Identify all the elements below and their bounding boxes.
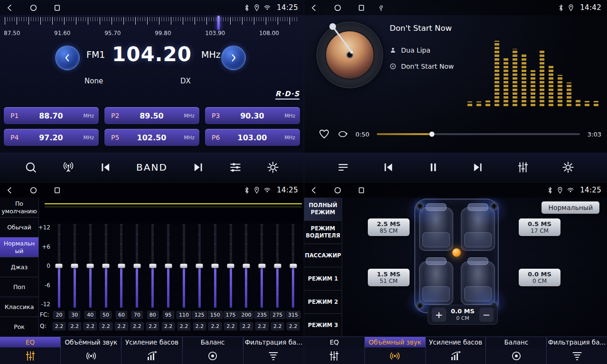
- tab-balance[interactable]: Баланс: [486, 337, 547, 347]
- tab-eq[interactable]: EQ: [0, 337, 61, 347]
- slider-track[interactable]: [276, 224, 279, 308]
- slider-track[interactable]: [105, 224, 107, 308]
- eq-band-slider[interactable]: [239, 224, 254, 308]
- slider-track[interactable]: [74, 224, 76, 308]
- playlist-icon[interactable]: [337, 161, 349, 173]
- previous-icon[interactable]: [99, 161, 112, 173]
- recents-icon[interactable]: [357, 186, 365, 194]
- eq-preset-item[interactable]: Обычай: [0, 218, 38, 237]
- recents-icon[interactable]: [53, 186, 61, 194]
- balance-icon[interactable]: [486, 347, 547, 364]
- next-icon[interactable]: [192, 161, 205, 173]
- eq-band-slider[interactable]: [98, 224, 114, 308]
- back-icon[interactable]: [6, 4, 14, 12]
- delay-rear-right-button[interactable]: 0.0 MS 0 CM: [519, 269, 560, 286]
- scan-icon[interactable]: [25, 161, 37, 173]
- slider-knob[interactable]: [118, 264, 125, 268]
- slider-track[interactable]: [136, 224, 138, 308]
- slider-track[interactable]: [214, 224, 216, 308]
- audio-settings-icon[interactable]: [229, 161, 242, 173]
- recents-icon[interactable]: [53, 4, 61, 12]
- previous-icon[interactable]: [382, 161, 394, 173]
- home-icon[interactable]: [29, 186, 37, 194]
- home-icon[interactable]: [334, 186, 342, 194]
- slider-knob[interactable]: [212, 264, 219, 268]
- slider-knob[interactable]: [133, 264, 140, 268]
- slider-track[interactable]: [120, 224, 122, 308]
- mixer-icon[interactable]: [517, 161, 529, 173]
- gear-icon[interactable]: [267, 161, 279, 173]
- slider-track[interactable]: [261, 224, 263, 308]
- listening-mode-item[interactable]: ПОЛНЫЙ РЕЖИМ: [304, 198, 342, 221]
- eq-preset-item[interactable]: Поп: [0, 277, 38, 297]
- radio-preset-button[interactable]: P3 90.30 MHz: [205, 107, 300, 124]
- tab-balance[interactable]: Баланс: [183, 337, 243, 347]
- radio-preset-button[interactable]: P1 88.70 MHz: [4, 107, 99, 124]
- radio-preset-button[interactable]: P6 103.00 MHz: [205, 129, 300, 146]
- eq-band-slider[interactable]: [207, 224, 223, 308]
- listening-mode-item[interactable]: РЕЖИМ 2: [304, 291, 342, 314]
- slider-knob[interactable]: [258, 264, 265, 268]
- repeat-icon[interactable]: [337, 129, 348, 139]
- next-icon[interactable]: [472, 161, 484, 173]
- tab-bass-boost[interactable]: Усиление басов: [121, 337, 182, 347]
- tab-filter[interactable]: Фильтрация ба...: [547, 337, 607, 347]
- slider-knob[interactable]: [149, 264, 156, 268]
- tune-up-button[interactable]: [221, 46, 246, 70]
- balance-icon[interactable]: [183, 347, 243, 364]
- listening-mode-item[interactable]: ПАССАЖИР: [304, 244, 342, 267]
- slider-track[interactable]: [292, 224, 294, 308]
- slider-track[interactable]: [58, 224, 60, 308]
- increase-button[interactable]: +: [432, 308, 446, 322]
- back-icon[interactable]: [310, 186, 318, 194]
- eq-preset-item[interactable]: Нормальный: [0, 237, 38, 257]
- eq-band-slider[interactable]: [160, 224, 176, 308]
- slider-track[interactable]: [198, 224, 201, 308]
- eq-band-slider[interactable]: [51, 224, 67, 308]
- radio-preset-button[interactable]: P5 102.50 MHz: [104, 129, 199, 146]
- tab-eq[interactable]: EQ: [304, 337, 365, 347]
- slider-knob[interactable]: [196, 264, 203, 268]
- delay-front-right-button[interactable]: 0.5 MS 17 CM: [519, 218, 560, 236]
- slider-knob[interactable]: [227, 264, 234, 268]
- radio-preset-button[interactable]: P2 89.50 MHz: [104, 107, 199, 124]
- slider-track[interactable]: [183, 224, 185, 308]
- tab-filter[interactable]: Фильтрация ба...: [243, 337, 304, 347]
- eq-band-slider[interactable]: [176, 224, 192, 308]
- favorite-icon[interactable]: [318, 128, 330, 140]
- slider-track[interactable]: [167, 224, 169, 308]
- slider-track[interactable]: [89, 224, 92, 308]
- tune-down-button[interactable]: [55, 46, 80, 70]
- back-icon[interactable]: [310, 4, 318, 12]
- slider-knob[interactable]: [71, 264, 78, 268]
- filter-icon[interactable]: [547, 347, 607, 364]
- bass-boost-icon[interactable]: [121, 347, 182, 364]
- broadcast-icon[interactable]: [62, 161, 75, 173]
- eq-band-slider[interactable]: [67, 224, 83, 308]
- tab-bass-boost[interactable]: Усиление басов: [426, 337, 486, 347]
- album-art[interactable]: [317, 22, 383, 88]
- slider-track[interactable]: [245, 224, 247, 308]
- frequency-ruler[interactable]: [5, 17, 299, 28]
- eq-band-slider[interactable]: [145, 224, 160, 308]
- back-icon[interactable]: [6, 186, 14, 194]
- pause-icon[interactable]: [427, 161, 439, 173]
- slider-track[interactable]: [230, 224, 232, 308]
- tab-surround[interactable]: Объёмный звук: [61, 337, 121, 347]
- surround-icon[interactable]: [61, 347, 121, 364]
- filter-icon[interactable]: [243, 347, 304, 364]
- slider-knob[interactable]: [56, 264, 63, 268]
- seek-bar[interactable]: [377, 133, 580, 135]
- eq-band-slider[interactable]: [285, 224, 301, 308]
- slider-knob[interactable]: [289, 264, 297, 268]
- radio-preset-button[interactable]: P4 97.20 MHz: [4, 129, 99, 146]
- recents-icon[interactable]: [357, 4, 365, 12]
- listening-mode-item[interactable]: РЕЖИМ ВОДИТЕЛЯ: [304, 221, 342, 244]
- seek-knob[interactable]: [429, 132, 434, 137]
- slider-knob[interactable]: [165, 264, 172, 268]
- eq-sliders-icon[interactable]: [304, 347, 365, 364]
- gear-icon[interactable]: [562, 161, 574, 173]
- band-switch-button[interactable]: BAND: [136, 162, 168, 173]
- eq-band-slider[interactable]: [114, 224, 130, 308]
- eq-preset-item[interactable]: Классика: [0, 297, 38, 317]
